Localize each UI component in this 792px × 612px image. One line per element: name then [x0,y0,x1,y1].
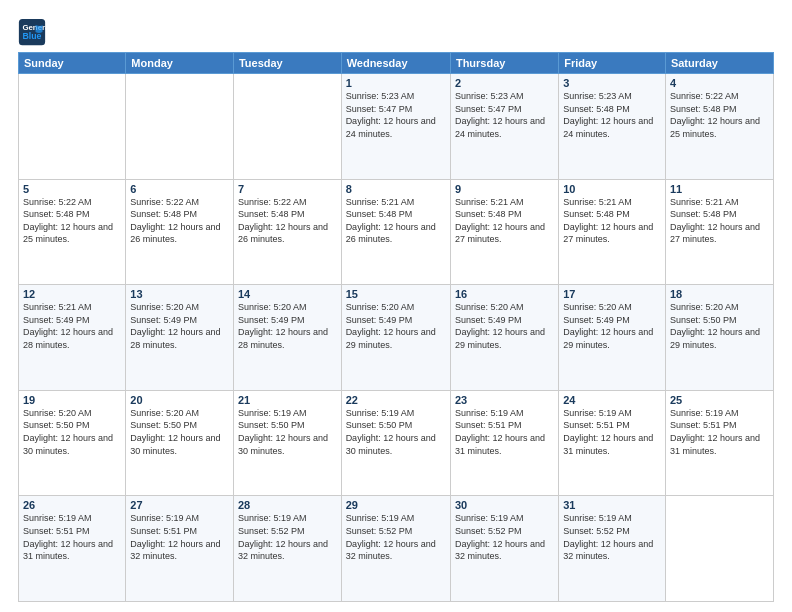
day-number: 12 [23,288,121,300]
day-number: 7 [238,183,337,195]
day-info: Sunrise: 5:22 AM Sunset: 5:48 PM Dayligh… [130,196,229,246]
day-info: Sunrise: 5:20 AM Sunset: 5:50 PM Dayligh… [130,407,229,457]
day-info: Sunrise: 5:19 AM Sunset: 5:52 PM Dayligh… [563,512,661,562]
day-info: Sunrise: 5:22 AM Sunset: 5:48 PM Dayligh… [23,196,121,246]
calendar-cell: 14Sunrise: 5:20 AM Sunset: 5:49 PM Dayli… [233,285,341,391]
day-number: 25 [670,394,769,406]
calendar-cell: 22Sunrise: 5:19 AM Sunset: 5:50 PM Dayli… [341,390,450,496]
calendar-cell: 15Sunrise: 5:20 AM Sunset: 5:49 PM Dayli… [341,285,450,391]
calendar-table: SundayMondayTuesdayWednesdayThursdayFrid… [18,52,774,602]
calendar-cell: 2Sunrise: 5:23 AM Sunset: 5:47 PM Daylig… [450,74,558,180]
calendar-col-header: Wednesday [341,53,450,74]
day-info: Sunrise: 5:20 AM Sunset: 5:50 PM Dayligh… [670,301,769,351]
day-info: Sunrise: 5:19 AM Sunset: 5:51 PM Dayligh… [563,407,661,457]
calendar-cell: 26Sunrise: 5:19 AM Sunset: 5:51 PM Dayli… [19,496,126,602]
page: General Blue SundayMondayTuesdayWednesda… [0,0,792,612]
calendar-cell: 17Sunrise: 5:20 AM Sunset: 5:49 PM Dayli… [559,285,666,391]
day-number: 14 [238,288,337,300]
day-number: 18 [670,288,769,300]
day-info: Sunrise: 5:20 AM Sunset: 5:49 PM Dayligh… [238,301,337,351]
calendar-cell: 19Sunrise: 5:20 AM Sunset: 5:50 PM Dayli… [19,390,126,496]
calendar-cell: 28Sunrise: 5:19 AM Sunset: 5:52 PM Dayli… [233,496,341,602]
calendar-cell: 3Sunrise: 5:23 AM Sunset: 5:48 PM Daylig… [559,74,666,180]
day-number: 2 [455,77,554,89]
calendar-cell [665,496,773,602]
calendar-cell: 18Sunrise: 5:20 AM Sunset: 5:50 PM Dayli… [665,285,773,391]
day-info: Sunrise: 5:23 AM Sunset: 5:47 PM Dayligh… [455,90,554,140]
calendar-week-row: 5Sunrise: 5:22 AM Sunset: 5:48 PM Daylig… [19,179,774,285]
day-number: 1 [346,77,446,89]
calendar-cell: 31Sunrise: 5:19 AM Sunset: 5:52 PM Dayli… [559,496,666,602]
day-info: Sunrise: 5:20 AM Sunset: 5:49 PM Dayligh… [563,301,661,351]
calendar-col-header: Tuesday [233,53,341,74]
day-number: 8 [346,183,446,195]
calendar-cell: 27Sunrise: 5:19 AM Sunset: 5:51 PM Dayli… [126,496,234,602]
day-number: 20 [130,394,229,406]
calendar-cell: 4Sunrise: 5:22 AM Sunset: 5:48 PM Daylig… [665,74,773,180]
calendar-cell [233,74,341,180]
day-number: 5 [23,183,121,195]
day-number: 29 [346,499,446,511]
calendar-cell: 29Sunrise: 5:19 AM Sunset: 5:52 PM Dayli… [341,496,450,602]
calendar-header-row: SundayMondayTuesdayWednesdayThursdayFrid… [19,53,774,74]
day-info: Sunrise: 5:21 AM Sunset: 5:48 PM Dayligh… [670,196,769,246]
day-info: Sunrise: 5:19 AM Sunset: 5:52 PM Dayligh… [346,512,446,562]
day-info: Sunrise: 5:22 AM Sunset: 5:48 PM Dayligh… [238,196,337,246]
calendar-cell: 23Sunrise: 5:19 AM Sunset: 5:51 PM Dayli… [450,390,558,496]
calendar-cell: 30Sunrise: 5:19 AM Sunset: 5:52 PM Dayli… [450,496,558,602]
day-info: Sunrise: 5:21 AM Sunset: 5:48 PM Dayligh… [455,196,554,246]
day-number: 13 [130,288,229,300]
day-number: 15 [346,288,446,300]
day-number: 21 [238,394,337,406]
calendar-week-row: 19Sunrise: 5:20 AM Sunset: 5:50 PM Dayli… [19,390,774,496]
day-number: 4 [670,77,769,89]
day-info: Sunrise: 5:23 AM Sunset: 5:47 PM Dayligh… [346,90,446,140]
calendar-cell: 10Sunrise: 5:21 AM Sunset: 5:48 PM Dayli… [559,179,666,285]
day-info: Sunrise: 5:19 AM Sunset: 5:51 PM Dayligh… [130,512,229,562]
calendar-cell: 1Sunrise: 5:23 AM Sunset: 5:47 PM Daylig… [341,74,450,180]
day-number: 11 [670,183,769,195]
day-info: Sunrise: 5:20 AM Sunset: 5:49 PM Dayligh… [130,301,229,351]
day-info: Sunrise: 5:19 AM Sunset: 5:52 PM Dayligh… [455,512,554,562]
calendar-cell: 24Sunrise: 5:19 AM Sunset: 5:51 PM Dayli… [559,390,666,496]
day-number: 6 [130,183,229,195]
calendar-cell: 21Sunrise: 5:19 AM Sunset: 5:50 PM Dayli… [233,390,341,496]
day-number: 30 [455,499,554,511]
calendar-cell: 12Sunrise: 5:21 AM Sunset: 5:49 PM Dayli… [19,285,126,391]
calendar-cell [19,74,126,180]
day-number: 9 [455,183,554,195]
calendar-col-header: Thursday [450,53,558,74]
day-number: 19 [23,394,121,406]
day-info: Sunrise: 5:20 AM Sunset: 5:50 PM Dayligh… [23,407,121,457]
calendar-cell: 20Sunrise: 5:20 AM Sunset: 5:50 PM Dayli… [126,390,234,496]
calendar-col-header: Friday [559,53,666,74]
day-number: 28 [238,499,337,511]
day-info: Sunrise: 5:19 AM Sunset: 5:51 PM Dayligh… [670,407,769,457]
logo-icon: General Blue [18,18,46,46]
calendar-cell: 11Sunrise: 5:21 AM Sunset: 5:48 PM Dayli… [665,179,773,285]
calendar-cell: 8Sunrise: 5:21 AM Sunset: 5:48 PM Daylig… [341,179,450,285]
day-info: Sunrise: 5:20 AM Sunset: 5:49 PM Dayligh… [346,301,446,351]
day-info: Sunrise: 5:19 AM Sunset: 5:51 PM Dayligh… [455,407,554,457]
day-info: Sunrise: 5:19 AM Sunset: 5:50 PM Dayligh… [238,407,337,457]
day-info: Sunrise: 5:19 AM Sunset: 5:51 PM Dayligh… [23,512,121,562]
calendar-col-header: Saturday [665,53,773,74]
day-info: Sunrise: 5:23 AM Sunset: 5:48 PM Dayligh… [563,90,661,140]
day-number: 16 [455,288,554,300]
calendar-week-row: 12Sunrise: 5:21 AM Sunset: 5:49 PM Dayli… [19,285,774,391]
calendar-cell: 9Sunrise: 5:21 AM Sunset: 5:48 PM Daylig… [450,179,558,285]
logo: General Blue [18,18,50,46]
day-info: Sunrise: 5:21 AM Sunset: 5:49 PM Dayligh… [23,301,121,351]
day-number: 22 [346,394,446,406]
day-number: 24 [563,394,661,406]
day-info: Sunrise: 5:22 AM Sunset: 5:48 PM Dayligh… [670,90,769,140]
day-number: 23 [455,394,554,406]
day-number: 27 [130,499,229,511]
day-number: 31 [563,499,661,511]
calendar-col-header: Sunday [19,53,126,74]
calendar-cell: 6Sunrise: 5:22 AM Sunset: 5:48 PM Daylig… [126,179,234,285]
calendar-cell [126,74,234,180]
calendar-cell: 5Sunrise: 5:22 AM Sunset: 5:48 PM Daylig… [19,179,126,285]
calendar-cell: 16Sunrise: 5:20 AM Sunset: 5:49 PM Dayli… [450,285,558,391]
calendar-week-row: 1Sunrise: 5:23 AM Sunset: 5:47 PM Daylig… [19,74,774,180]
